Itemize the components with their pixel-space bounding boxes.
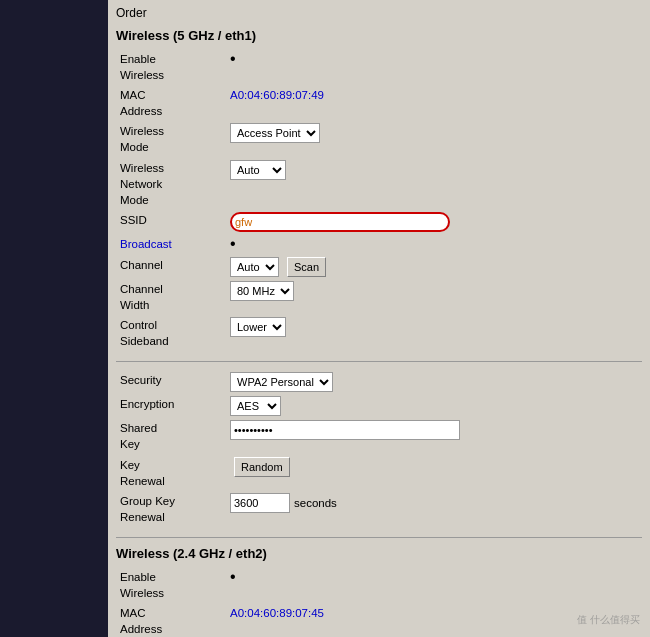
wireless-mode-label-5ghz: WirelessMode	[116, 121, 226, 157]
network-mode-select-5ghz[interactable]: Auto Mixed	[230, 160, 286, 180]
control-sideband-value-5ghz[interactable]: Lower Upper	[226, 315, 642, 351]
mac-address-24ghz: A0:04:60:89:07:45	[230, 607, 324, 619]
broadcast-value-5ghz: •	[226, 234, 642, 255]
row-enable-24ghz: EnableWireless •	[116, 567, 642, 603]
ssid-value-5ghz[interactable]	[226, 210, 642, 234]
security-select-5ghz[interactable]: WPA2 Personal WPA Personal Disabled	[230, 372, 333, 392]
mac-value-5ghz: A0:04:60:89:07:49	[226, 85, 642, 121]
main-content: Order Wireless (5 GHz / eth1) EnableWire…	[108, 0, 650, 637]
control-sideband-label-5ghz: ControlSideband	[116, 315, 226, 351]
order-label: Order	[116, 4, 642, 20]
section-title-5ghz: Wireless (5 GHz / eth1)	[116, 28, 642, 43]
enable-value-5ghz: •	[226, 49, 642, 85]
shared-key-value-5ghz[interactable]	[226, 418, 642, 454]
key-renewal-value-5ghz[interactable]: Random	[226, 455, 642, 491]
channel-width-select-5ghz[interactable]: 80 MHz 40 MHz 20 MHz	[230, 281, 294, 301]
control-sideband-select-5ghz[interactable]: Lower Upper	[230, 317, 286, 337]
row-group-key-5ghz: Group KeyRenewal seconds	[116, 491, 642, 527]
enable-value-24ghz: •	[226, 567, 642, 603]
row-encryption-5ghz: Encryption AES TKIP	[116, 394, 642, 418]
scan-button-5ghz[interactable]: Scan	[287, 257, 326, 277]
group-key-label-5ghz: Group KeyRenewal	[116, 491, 226, 527]
security-value-5ghz[interactable]: WPA2 Personal WPA Personal Disabled	[226, 370, 642, 394]
watermark: 值 什么值得买	[577, 613, 640, 627]
row-channel-5ghz: Channel Auto 36404448 Scan	[116, 255, 642, 279]
group-key-value-5ghz[interactable]: seconds	[226, 491, 642, 527]
section-title-24ghz: Wireless (2.4 GHz / eth2)	[116, 546, 642, 561]
divider-security-5ghz	[116, 361, 642, 362]
row-shared-key-5ghz: SharedKey	[116, 418, 642, 454]
channel-width-label-5ghz: ChannelWidth	[116, 279, 226, 315]
form-table-24ghz: EnableWireless • MACAddress A0:04:60:89:…	[116, 567, 642, 637]
row-wireless-mode-5ghz: WirelessMode Access Point Client Repeate…	[116, 121, 642, 157]
left-sidebar	[0, 0, 108, 637]
network-mode-label-5ghz: WirelessNetworkMode	[116, 158, 226, 210]
channel-label-5ghz: Channel	[116, 255, 226, 279]
enable-label-5ghz: EnableWireless	[116, 49, 226, 85]
row-key-renewal-5ghz: KeyRenewal Random	[116, 455, 642, 491]
mac-label-5ghz: MACAddress	[116, 85, 226, 121]
channel-row-5ghz: Auto 36404448 Scan	[230, 257, 638, 277]
broadcast-bullet-5ghz: •	[230, 235, 236, 252]
enable-bullet-5ghz: •	[230, 50, 236, 67]
security-label-5ghz: Security	[116, 370, 226, 394]
encryption-value-5ghz[interactable]: AES TKIP	[226, 394, 642, 418]
mac-label-24ghz: MACAddress	[116, 603, 226, 637]
page-wrapper: Order Wireless (5 GHz / eth1) EnableWire…	[0, 0, 650, 637]
ssid-input-5ghz[interactable]	[230, 212, 450, 232]
row-ssid-5ghz: SSID	[116, 210, 642, 234]
group-key-row-5ghz: seconds	[230, 493, 638, 513]
channel-select-5ghz[interactable]: Auto 36404448	[230, 257, 279, 277]
key-renewal-label-5ghz: KeyRenewal	[116, 455, 226, 491]
channel-value-5ghz[interactable]: Auto 36404448 Scan	[226, 255, 642, 279]
form-table-security-5ghz: Security WPA2 Personal WPA Personal Disa…	[116, 370, 642, 527]
broadcast-label-5ghz: Broadcast	[116, 234, 226, 255]
wireless-mode-select-5ghz[interactable]: Access Point Client Repeater	[230, 123, 320, 143]
row-enable-5ghz: EnableWireless •	[116, 49, 642, 85]
ssid-label-5ghz: SSID	[116, 210, 226, 234]
row-mac-24ghz: MACAddress A0:04:60:89:07:45	[116, 603, 642, 637]
row-control-sideband-5ghz: ControlSideband Lower Upper	[116, 315, 642, 351]
mac-address-5ghz: A0:04:60:89:07:49	[230, 89, 324, 101]
row-network-mode-5ghz: WirelessNetworkMode Auto Mixed	[116, 158, 642, 210]
row-channel-width-5ghz: ChannelWidth 80 MHz 40 MHz 20 MHz	[116, 279, 642, 315]
random-button-5ghz[interactable]: Random	[234, 457, 290, 477]
group-key-unit-5ghz: seconds	[294, 495, 337, 511]
encryption-label-5ghz: Encryption	[116, 394, 226, 418]
encryption-select-5ghz[interactable]: AES TKIP	[230, 396, 281, 416]
network-mode-value-5ghz[interactable]: Auto Mixed	[226, 158, 642, 210]
shared-key-label-5ghz: SharedKey	[116, 418, 226, 454]
enable-bullet-24ghz: •	[230, 568, 236, 585]
row-security-5ghz: Security WPA2 Personal WPA Personal Disa…	[116, 370, 642, 394]
enable-label-24ghz: EnableWireless	[116, 567, 226, 603]
divider-24ghz	[116, 537, 642, 538]
channel-width-value-5ghz[interactable]: 80 MHz 40 MHz 20 MHz	[226, 279, 642, 315]
row-mac-5ghz: MACAddress A0:04:60:89:07:49	[116, 85, 642, 121]
shared-key-input-5ghz[interactable]	[230, 420, 460, 440]
wireless-mode-value-5ghz[interactable]: Access Point Client Repeater	[226, 121, 642, 157]
form-table-5ghz: EnableWireless • MACAddress A0:04:60:89:…	[116, 49, 642, 351]
group-key-input-5ghz[interactable]	[230, 493, 290, 513]
row-broadcast-5ghz: Broadcast •	[116, 234, 642, 255]
